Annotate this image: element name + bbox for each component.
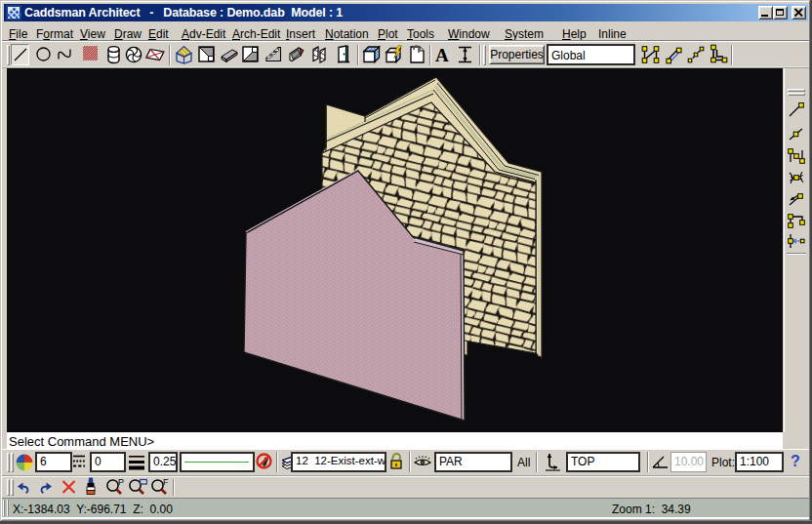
svg-text:F: F: [163, 478, 169, 487]
svg-text:P: P: [118, 478, 124, 487]
